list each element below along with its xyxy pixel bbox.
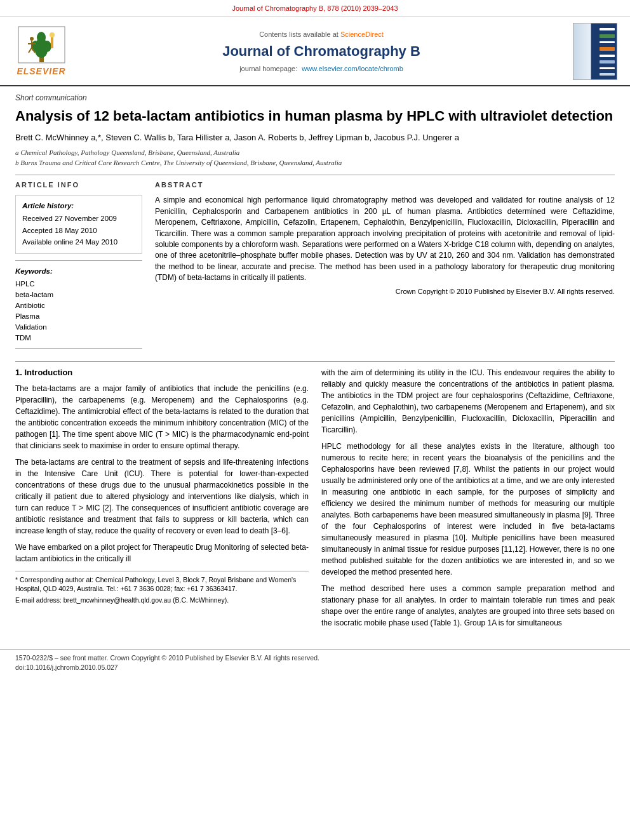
top-banner: Journal of Chromatography B, 878 (2010) … <box>0 0 630 17</box>
keyword-2: beta-lactam <box>15 290 142 300</box>
keyword-4: Plasma <box>15 311 142 321</box>
intro-para-1: The beta-lactams are a major family of a… <box>15 383 309 451</box>
journal-homepage-link[interactable]: www.elsevier.com/locate/chromb <box>302 65 403 72</box>
journal-homepage-line: journal homepage: www.elsevier.com/locat… <box>76 64 566 74</box>
available-date: Available online 24 May 2010 <box>22 237 135 247</box>
keyword-5: Validation <box>15 322 142 332</box>
divider-body <box>15 361 615 362</box>
journal-header: ELSEVIER Contents lists available at Sci… <box>0 17 630 86</box>
footnote-corresponding: * Corresponding author at: Chemical Path… <box>15 575 309 594</box>
footnote-email: E-mail address: brett_mcwhinney@health.q… <box>15 596 309 605</box>
article-section-type: Short communication <box>15 93 615 103</box>
divider-2 <box>15 348 142 349</box>
elsevier-logo: ELSEVIER <box>13 26 70 78</box>
body-right-para-1: with the aim of determining its utility … <box>321 367 615 436</box>
keyword-3: Antibiotic <box>15 300 142 310</box>
body-right-para-3: The method described here uses a common … <box>321 583 615 629</box>
intro-para-3: We have embarked on a pilot project for … <box>15 542 309 564</box>
journal-title-heading: Journal of Chromatography B <box>76 42 566 62</box>
svg-line-9 <box>29 48 32 53</box>
article-title: Analysis of 12 beta-lactam antibiotics i… <box>15 107 615 126</box>
body-right-para-2: HPLC methodology for all these analytes … <box>321 441 615 578</box>
accepted-date: Accepted 18 May 2010 <box>22 225 135 236</box>
journal-cover-thumbnail <box>573 23 617 80</box>
svg-point-6 <box>30 37 34 41</box>
intro-heading: 1. Introduction <box>15 367 309 378</box>
body-right-col: with the aim of determining its utility … <box>321 367 615 634</box>
svg-point-4 <box>43 41 51 52</box>
article-history-box: Article history: Received 27 November 20… <box>15 195 142 253</box>
sciencedirect-line: Contents lists available at ScienceDirec… <box>76 30 566 39</box>
elsevier-wordmark: ELSEVIER <box>17 65 65 78</box>
doi-line: doi:10.1016/j.jchromb.2010.05.027 <box>15 663 615 672</box>
elsevier-tree-icon <box>18 26 65 64</box>
abstract-heading: ABSTRACT <box>155 180 615 190</box>
divider-keywords <box>15 260 142 261</box>
abstract-column: ABSTRACT A simple and economical high pe… <box>155 180 615 354</box>
svg-point-3 <box>31 41 40 52</box>
history-label: Article history: <box>22 201 135 211</box>
footnote-area: * Corresponding author at: Chemical Path… <box>15 571 309 605</box>
body-left-col: 1. Introduction The beta-lactams are a m… <box>15 367 309 634</box>
svg-point-12 <box>50 32 55 37</box>
sciencedirect-link[interactable]: ScienceDirect <box>340 30 384 38</box>
received-date: Received 27 November 2009 <box>22 213 135 223</box>
article-info-heading: ARTICLE INFO <box>15 180 142 190</box>
affiliation-a: a Chemical Pathology, Pathology Queensla… <box>15 147 615 158</box>
journal-center-header: Contents lists available at ScienceDirec… <box>76 30 566 74</box>
svg-point-5 <box>37 32 46 43</box>
article-info-column: ARTICLE INFO Article history: Received 2… <box>15 180 142 354</box>
divider-1 <box>15 175 615 175</box>
authors-line: Brett C. McWhinney a,*, Steven C. Wallis… <box>15 132 615 143</box>
body-section: 1. Introduction The beta-lactams are a m… <box>15 367 615 634</box>
intro-para-2: The beta-lactams are central to the trea… <box>15 457 309 537</box>
info-abstract-section: ARTICLE INFO Article history: Received 2… <box>15 180 615 354</box>
affiliations: a Chemical Pathology, Pathology Queensla… <box>15 147 615 168</box>
affiliation-b: b Burns Trauma and Critical Care Researc… <box>15 157 615 168</box>
issn-line: 1570-0232/$ – see front matter. Crown Co… <box>15 653 615 663</box>
abstract-text: A simple and economical high performance… <box>155 195 615 283</box>
article-content: Short communication Analysis of 12 beta-… <box>0 86 630 644</box>
abstract-copyright: Crown Copyright © 2010 Published by Else… <box>155 287 615 297</box>
keywords-label: Keywords: <box>15 266 142 276</box>
journal-citation: Journal of Chromatography B, 878 (2010) … <box>232 4 398 12</box>
keyword-6: TDM <box>15 333 142 343</box>
keyword-1: HPLC <box>15 279 142 289</box>
bottom-bar: 1570-0232/$ – see front matter. Crown Co… <box>0 649 630 676</box>
authors-text: Brett C. McWhinney a,*, Steven C. Wallis… <box>15 133 459 142</box>
keywords-box: Keywords: HPLC beta-lactam Antibiotic Pl… <box>15 266 142 343</box>
